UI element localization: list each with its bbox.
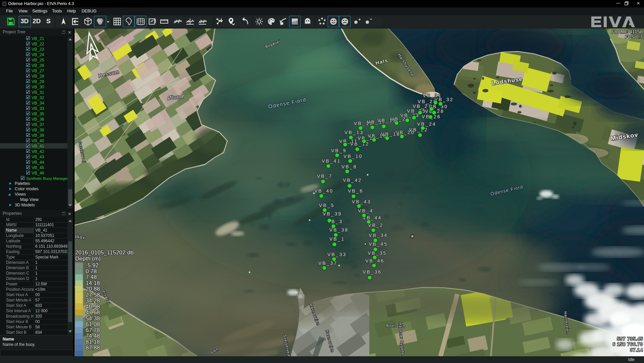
svg-text:VB_11: VB_11 [339, 138, 358, 144]
svg-text:37.14: 37.14 [630, 347, 643, 353]
svg-text:VB_13: VB_13 [344, 130, 364, 135]
svg-text:Depth (m): Depth (m) [75, 255, 101, 262]
svg-text:VB_10: VB_10 [343, 154, 363, 159]
svg-text:VB_7: VB_7 [317, 173, 332, 179]
svg-text:74.48: 74.48 [86, 333, 100, 339]
svg-text:VB_1: VB_1 [329, 236, 345, 242]
svg-text:VB_40: VB_40 [314, 188, 333, 194]
svg-text:FPS 0.7: FPS 0.7 [625, 34, 643, 39]
svg-text:VB_24: VB_24 [417, 121, 436, 127]
svg-text:VB_45: VB_45 [369, 241, 388, 247]
svg-text:-5.92: -5.92 [86, 262, 99, 269]
svg-text:VB_42: VB_42 [343, 177, 362, 183]
svg-text:54.38: 54.38 [86, 315, 100, 322]
svg-text:34.28: 34.28 [86, 297, 100, 304]
svg-text:FRAME 41158: FRAME 41158 [611, 29, 643, 34]
svg-text:VB_19: VB_19 [377, 118, 397, 123]
svg-text:VB_33: VB_33 [327, 252, 347, 257]
svg-text:14.18: 14.18 [86, 280, 100, 286]
svg-text:VB_41: VB_41 [322, 158, 341, 164]
svg-text:6 150 766.79: 6 150 766.79 [612, 341, 643, 347]
svg-text:40.98: 40.98 [86, 304, 100, 310]
svg-text:VB_8: VB_8 [341, 164, 357, 169]
svg-text:VB_4: VB_4 [358, 208, 373, 213]
svg-text:VB_34: VB_34 [369, 233, 388, 238]
svg-text:81.18: 81.18 [86, 339, 100, 345]
svg-text:0.78: 0.78 [86, 268, 97, 275]
svg-text:27.58: 27.58 [86, 292, 100, 298]
svg-text:61.08: 61.08 [86, 321, 100, 327]
svg-text:67.78: 67.78 [86, 327, 100, 333]
svg-text:VB_35: VB_35 [368, 250, 387, 256]
svg-text:2016_0105_115202.db: 2016_0105_115202.db [75, 249, 134, 256]
svg-text:VB_36: VB_36 [363, 269, 382, 275]
svg-text:VB_6: VB_6 [348, 188, 363, 194]
svg-text:87.88: 87.88 [86, 345, 100, 351]
svg-text:VB_43: VB_43 [352, 199, 371, 204]
svg-text:47.68: 47.68 [86, 309, 100, 316]
svg-text:VB_5: VB_5 [319, 203, 334, 208]
svg-text:VB_9: VB_9 [331, 148, 347, 153]
svg-text:597 735.45: 597 735.45 [617, 336, 643, 341]
svg-text:20.88: 20.88 [86, 286, 100, 292]
svg-text:7.48: 7.48 [86, 274, 97, 280]
